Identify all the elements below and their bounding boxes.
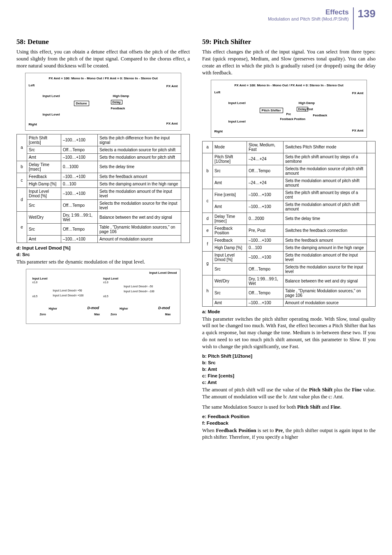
param-range: –100…+100 bbox=[61, 187, 98, 199]
param-extra bbox=[181, 187, 190, 211]
param-desc: Selects the modulation source of pitch s… bbox=[284, 165, 367, 177]
param-range: Off…Tempo bbox=[61, 223, 98, 235]
table-row: SrcOff…TempoTable , "Dynamic Modulation … bbox=[17, 223, 190, 235]
param-name: Input Level Dmod [%] bbox=[27, 187, 61, 199]
diagram-delay-box: Delay bbox=[111, 100, 122, 104]
table-row: Amt–100…+100Sets the modulation amount o… bbox=[203, 201, 376, 213]
right-column: 59: Pitch Shifter This effect changes th… bbox=[202, 34, 376, 444]
param-range: –100…+100 bbox=[247, 236, 284, 244]
left-column: 58: Detune Using this effect, you can ob… bbox=[16, 34, 190, 444]
table-row: Amt–100…+100Amount of modulation source bbox=[203, 299, 376, 306]
param-range: Off…Tempo bbox=[61, 146, 98, 153]
param-extra bbox=[181, 134, 190, 161]
table-row: hWet/DryDry, 1:99…99:1, WetBalance betwe… bbox=[203, 275, 376, 287]
diag-il1-r: Input Level bbox=[228, 101, 246, 105]
diagram-detune-box: Detune bbox=[74, 101, 89, 106]
table-row: Amt–24…+24Sets the modulation amount of … bbox=[203, 177, 376, 189]
diagram-input-level-1: Input Level bbox=[43, 94, 60, 98]
section-58-dmod-desc: This parameter sets the dynamic modulati… bbox=[16, 259, 190, 266]
header-title: Effects bbox=[268, 8, 349, 16]
param-range: 0…100 bbox=[61, 180, 98, 187]
param-extra bbox=[181, 173, 190, 187]
header-subtitle: Modulation and Pitch Shift (Mod./P.Shift… bbox=[268, 16, 349, 21]
param-desc: Sets the pitch difference from the input… bbox=[98, 134, 181, 146]
param-name: Src bbox=[27, 146, 61, 153]
dmod-higher-l: Higher bbox=[49, 307, 58, 310]
dmod-higher-r: Higher bbox=[120, 307, 128, 310]
param-desc: Switches the feedback connection bbox=[284, 224, 367, 236]
diag-left-r: Left bbox=[214, 90, 221, 94]
param-range: Off…Tempo bbox=[247, 287, 284, 299]
param-name: Fine [cents] bbox=[213, 189, 247, 201]
subhead-e: e: Feedback Position bbox=[202, 414, 376, 419]
row-group-label: e bbox=[203, 224, 213, 236]
detune-param-table: aPitch Shift [cents]–100…+100Sets the pi… bbox=[16, 134, 190, 243]
dmod-x05-r: x0.5 bbox=[103, 295, 108, 298]
dmod-x10-r: x1.0 bbox=[103, 281, 108, 284]
param-range: Dry, 1:99…99:1, Wet bbox=[247, 275, 284, 287]
section-59-intro: This effect changes the pitch of the inp… bbox=[202, 49, 376, 76]
table-row: aModeSlow, Medium, FastSwitches Pitch Sh… bbox=[203, 141, 376, 153]
dmod-l3: Input Level Dmod= –50 bbox=[124, 285, 153, 288]
row-group-label: c bbox=[17, 173, 27, 187]
p-ef: When Feedback Position is set to Pre, th… bbox=[202, 427, 376, 441]
subhead-c2: c: Amt bbox=[202, 380, 376, 385]
param-range: –100…+100 bbox=[247, 251, 284, 263]
subhead-b3: b: Amt bbox=[202, 367, 376, 372]
param-range: –100…+100 bbox=[61, 134, 98, 146]
subhead-d-src: d: Src bbox=[16, 252, 190, 257]
table-row: dDelay Time [msec]0…2000Sets the delay t… bbox=[203, 213, 376, 224]
param-extra bbox=[367, 213, 376, 224]
pitch-shifter-diagram: FX Amt = 100: Mono In - Mono Out / FX Am… bbox=[211, 80, 367, 138]
pitch-shifter-param-table: aModeSlow, Medium, FastSwitches Pitch Sh… bbox=[202, 141, 376, 307]
param-range: –100…+100 bbox=[61, 173, 98, 180]
param-desc: Sets the modulation amount of the input … bbox=[284, 251, 367, 263]
param-name: Amt bbox=[27, 235, 61, 243]
row-group-label: g bbox=[203, 251, 213, 275]
param-name: Feedback bbox=[27, 173, 61, 180]
param-name: Amt bbox=[213, 177, 247, 189]
param-range: Off…Tempo bbox=[247, 263, 284, 275]
param-desc: Sets the modulation amount of pitch shif… bbox=[284, 177, 367, 189]
param-name: Amt bbox=[27, 153, 61, 161]
row-group-label: f bbox=[203, 236, 213, 251]
row-group-label: b bbox=[17, 161, 27, 173]
param-desc: Switches Pitch Shifter mode bbox=[284, 141, 367, 153]
param-desc: Sets the damping amount in the high rang… bbox=[98, 180, 181, 187]
diagram-fxamt-top: FX Amt bbox=[166, 84, 178, 88]
param-desc: Table , "Dynamic Modulation sources," on… bbox=[284, 287, 367, 299]
param-desc: Selects a modulation source for pitch sh… bbox=[98, 146, 181, 153]
row-group-label: d bbox=[203, 213, 213, 224]
param-range: –100…+100 bbox=[247, 189, 284, 201]
diag-il2-r: Input Level bbox=[228, 120, 246, 123]
param-extra bbox=[367, 224, 376, 236]
diag-ps-box: Pitch Shifter bbox=[260, 108, 283, 113]
dmod-x10-l: x1.0 bbox=[32, 281, 38, 284]
param-name: Feedback bbox=[213, 236, 247, 244]
param-name: Pitch Shift [cents] bbox=[27, 134, 61, 146]
table-row: bPitch Shift [1/2tone]–24…+24Sets the pi… bbox=[203, 153, 376, 165]
param-range: Pre, Post bbox=[247, 224, 284, 236]
param-range: Off…Tempo bbox=[247, 165, 284, 177]
p-bc1: The amount of pitch shift will use the v… bbox=[202, 386, 376, 400]
table-row: fFeedback–100…+100Sets the feedback amou… bbox=[203, 236, 376, 244]
param-name: Delay Time [msec] bbox=[27, 161, 61, 173]
param-range: –100…+100 bbox=[247, 201, 284, 213]
p-bc2: The same Modulation Source is used for b… bbox=[202, 404, 376, 411]
table-row: High Damp [%]0…100Sets the damping amoun… bbox=[203, 244, 376, 251]
row-group-label: a bbox=[17, 134, 27, 161]
page-header: Effects Modulation and Pitch Shift (Mod.… bbox=[0, 0, 392, 30]
param-name: Wet/Dry bbox=[27, 211, 61, 223]
param-desc: Sets the pitch shift amount by steps of … bbox=[284, 189, 367, 201]
diag-right-r: Right bbox=[214, 130, 223, 133]
table-row: SrcOff…TempoTable , "Dynamic Modulation … bbox=[203, 287, 376, 299]
table-row: Amt–100…+100Sets the modulation amount f… bbox=[17, 153, 190, 161]
row-group-label: e bbox=[17, 211, 27, 243]
dmod-dmod-r: D-mod bbox=[158, 306, 170, 310]
dmod-zero-l: Zero bbox=[40, 313, 46, 316]
param-desc: Amount of modulation source bbox=[284, 299, 367, 306]
diagram-top-label: FX Amt = 100: Mono In - Mono Out / FX Am… bbox=[29, 76, 178, 80]
diag-fb-pos: Feedback Position bbox=[280, 118, 306, 120]
dmod-right-title: Input Level bbox=[103, 277, 118, 280]
param-extra bbox=[367, 153, 376, 189]
